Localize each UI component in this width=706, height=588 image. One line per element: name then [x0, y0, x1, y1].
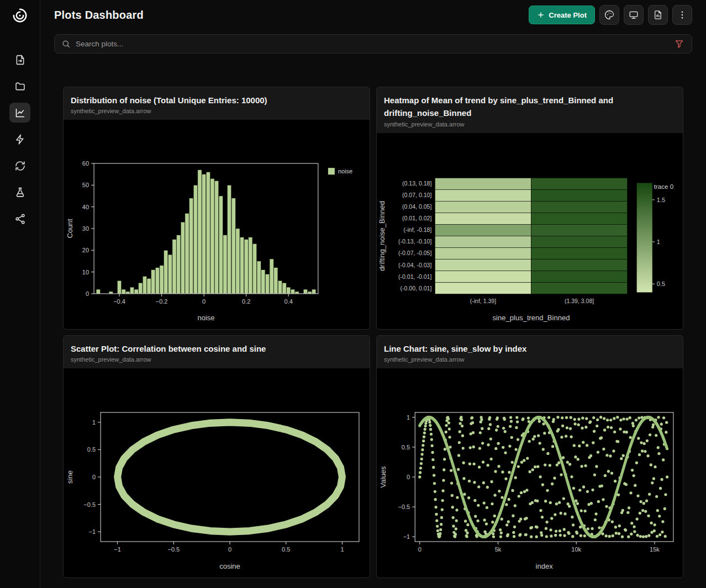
sidebar-item-experiments[interactable] — [9, 182, 30, 202]
chart-area: −1−0.500.51−1−0.500.51cosinesine — [64, 368, 370, 578]
svg-text:0.5: 0.5 — [282, 546, 290, 553]
monitor-icon — [629, 10, 639, 20]
svg-text:0: 0 — [228, 546, 231, 553]
svg-text:(1.39, 3.08]: (1.39, 3.08] — [565, 297, 594, 304]
plot-title: Line Chart: sine, sine_slow by index — [384, 342, 676, 355]
svg-text:10k: 10k — [571, 546, 581, 553]
plot-card-header[interactable]: Scatter Plot: Correlation between cosine… — [64, 336, 370, 368]
create-plot-button[interactable]: Create Plot — [529, 6, 595, 24]
svg-text:Count: Count — [66, 219, 74, 238]
svg-text:0: 0 — [92, 474, 96, 480]
sidebar-item-files[interactable] — [9, 50, 30, 70]
swirl-logo-icon — [12, 7, 28, 24]
histogram-chart[interactable]: −0.4−0.200.20.40102030405060noiseCountno… — [64, 120, 370, 329]
plot-card-header[interactable]: Line Chart: sine, sine_slow by index syn… — [377, 336, 683, 368]
plot-card-header[interactable]: Distribution of noise (Total Unique Entr… — [64, 87, 370, 120]
svg-text:(-0.01, -0.01]: (-0.01, -0.01] — [398, 273, 431, 279]
plot-title: Heatmap of Mean of trend by sine_plus_tr… — [384, 94, 676, 120]
svg-text:−0.4: −0.4 — [113, 298, 125, 305]
svg-text:40: 40 — [82, 204, 89, 210]
plus-icon — [537, 11, 545, 19]
folder-icon — [14, 81, 26, 92]
more-menu-button[interactable] — [672, 5, 692, 25]
theme-palette-button[interactable] — [599, 5, 619, 25]
svg-text:(0.01, 0.02]: (0.01, 0.02] — [402, 215, 431, 221]
svg-text:−0.2: −0.2 — [156, 298, 168, 305]
flask-icon — [14, 187, 26, 198]
report-button[interactable] — [648, 5, 668, 25]
line-chart[interactable]: 05k10k15k−1−0.500.51indexValues — [377, 368, 683, 578]
refresh-icon — [14, 160, 26, 172]
svg-text:(0.04, 0.05]: (0.04, 0.05] — [402, 203, 431, 210]
file-export-icon — [14, 54, 26, 66]
sidebar-item-sync[interactable] — [9, 156, 30, 176]
svg-text:(-inf, 1.39]: (-inf, 1.39] — [470, 297, 496, 304]
svg-text:Values: Values — [379, 466, 387, 488]
plots-grid: Distribution of noise (Total Unique Entr… — [63, 87, 683, 578]
app-window: Plots Dashboard Create Plot — [0, 0, 706, 588]
heatmap-chart[interactable]: (0.13, 0.18](0.07, 0.10](0.04, 0.05](0.0… — [377, 133, 683, 330]
svg-text:(-0.13, -0.10]: (-0.13, -0.10] — [398, 238, 431, 245]
scatter-chart[interactable]: −1−0.500.51−1−0.500.51cosinesine — [64, 368, 370, 578]
filter-button[interactable] — [673, 38, 685, 50]
file-report-icon — [653, 10, 663, 20]
svg-text:0.4: 0.4 — [284, 298, 293, 305]
svg-text:−1: −1 — [114, 546, 121, 553]
plot-card-line: Line Chart: sine, sine_slow by index syn… — [376, 335, 683, 578]
svg-text:−1: −1 — [403, 534, 410, 541]
plot-card-heatmap: Heatmap of Mean of trend by sine_plus_tr… — [376, 87, 683, 330]
plot-card-header[interactable]: Heatmap of Mean of trend by sine_plus_tr… — [377, 87, 683, 133]
sidebar-item-actions[interactable] — [9, 129, 30, 149]
svg-text:50: 50 — [82, 182, 89, 189]
page-title: Plots Dashboard — [54, 9, 144, 22]
search-bar — [54, 34, 692, 54]
palette-icon — [604, 10, 614, 20]
svg-text:trace 0: trace 0 — [654, 182, 673, 189]
svg-text:0.5: 0.5 — [657, 280, 665, 287]
header-actions: Create Plot — [529, 5, 692, 25]
svg-text:1: 1 — [92, 419, 96, 426]
chart-area: −0.4−0.200.20.40102030405060noiseCountno… — [64, 120, 370, 329]
svg-text:0.5: 0.5 — [87, 447, 96, 453]
plot-title: Scatter Plot: Correlation between cosine… — [71, 342, 362, 355]
svg-text:20: 20 — [82, 247, 89, 254]
svg-text:0: 0 — [407, 474, 410, 480]
kebab-menu-icon — [677, 10, 687, 20]
svg-text:(-0.07, -0.05]: (-0.07, -0.05] — [398, 250, 431, 256]
filter-funnel-icon — [675, 39, 684, 49]
chart-area: (0.13, 0.18](0.07, 0.10](0.04, 0.05](0.0… — [377, 133, 683, 330]
sidebar-item-folders[interactable] — [9, 76, 30, 96]
svg-text:−0.5: −0.5 — [83, 501, 96, 508]
svg-text:0.2: 0.2 — [242, 298, 250, 305]
svg-text:0: 0 — [202, 298, 206, 305]
svg-text:−0.5: −0.5 — [398, 504, 410, 510]
display-mode-button[interactable] — [624, 5, 644, 25]
plot-card-histogram: Distribution of noise (Total Unique Entr… — [63, 87, 370, 330]
svg-text:(-0.00, 0.01]: (-0.00, 0.01] — [401, 284, 432, 291]
search-input[interactable] — [76, 40, 668, 48]
svg-text:−0.5: −0.5 — [167, 546, 180, 553]
chart-line-icon — [14, 107, 26, 119]
svg-text:cosine: cosine — [219, 562, 240, 570]
plot-subtitle: synthetic_preview_data.arrow — [71, 108, 362, 114]
svg-text:1: 1 — [407, 414, 410, 421]
sidebar-item-plots[interactable] — [9, 103, 30, 123]
svg-text:0.5: 0.5 — [402, 444, 410, 451]
svg-text:1: 1 — [657, 239, 660, 245]
plot-card-scatter: Scatter Plot: Correlation between cosine… — [63, 335, 370, 578]
plot-subtitle: synthetic_preview_data.arrow — [71, 356, 362, 363]
sidebar-item-share[interactable] — [9, 209, 30, 229]
svg-text:30: 30 — [82, 225, 89, 232]
svg-text:(0.13, 0.18]: (0.13, 0.18] — [402, 180, 431, 187]
svg-text:1.5: 1.5 — [657, 196, 665, 203]
svg-text:−1: −1 — [89, 528, 96, 535]
svg-text:(-0.04, -0.03]: (-0.04, -0.03] — [398, 261, 431, 268]
svg-text:10: 10 — [82, 269, 89, 276]
svg-text:1: 1 — [340, 546, 344, 553]
svg-text:0: 0 — [86, 290, 89, 297]
app-logo[interactable] — [11, 7, 29, 24]
svg-text:5k: 5k — [495, 546, 502, 553]
svg-text:noise: noise — [197, 314, 214, 322]
share-icon — [14, 213, 26, 225]
zap-icon — [14, 134, 26, 145]
